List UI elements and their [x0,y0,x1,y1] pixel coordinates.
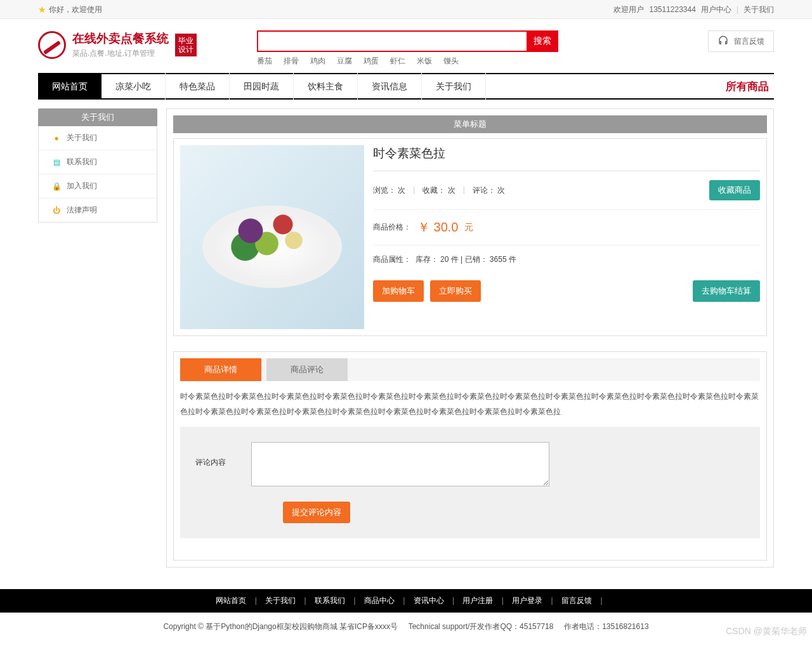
footer-link[interactable]: 资讯中心 [407,596,450,605]
product-description: 时令素菜色拉时令素菜色拉时令素菜色拉时令素菜色拉时令素菜色拉时令素菜色拉时令素菜… [180,381,760,427]
badge-graduation: 毕业 设计 [175,34,197,56]
headset-icon [717,35,729,48]
footer-info: Copyright © 基于Python的Django框架校园购物商城 某省IC… [0,613,812,641]
search-button[interactable]: 搜索 [527,30,558,52]
tab-comments[interactable]: 商品评论 [266,358,348,381]
sidebar-item-legal[interactable]: ⏻ 法律声明 [39,198,157,222]
product-name: 时令素菜色拉 [373,145,760,171]
search-tags: 番茄 排骨 鸡肉 豆腐 鸡蛋 虾仁 米饭 馒头 [257,56,708,67]
logo-block[interactable]: 在线外卖点餐系统 菜品.点餐.地址.订单管理 毕业 设计 [38,30,257,59]
nav-item[interactable]: 田园时蔬 [230,73,294,100]
circle-icon: ● [53,134,60,142]
favorite-button[interactable]: 收藏商品 [709,180,760,200]
submit-comment-button[interactable]: 提交评论内容 [283,502,350,523]
site-title: 在线外卖点餐系统 [72,30,169,47]
topbar: ★ 你好，欢迎使用 欢迎用户 13511223344 用户中心 | 关于我们 [0,0,812,19]
sidebar: 关于我们 ● 关于我们 ▤ 联系我们 🔒 加入我们 ⏻ 法律声明 [38,108,157,568]
user-phone-link[interactable]: 13511223344 [649,0,695,19]
product-stats: 浏览： 次 | 收藏： 次 | 评论： 次 [373,185,505,196]
tag-link[interactable]: 排骨 [284,56,299,67]
about-link[interactable]: 关于我们 [743,0,774,19]
tag-link[interactable]: 米饭 [417,56,432,67]
comment-label: 评论内容 [195,442,233,468]
comment-form: 评论内容 提交评论内容 [180,427,760,538]
logo-icon [38,31,66,59]
attr-row: 商品属性： 库存： 20 件 | 已销： 3655 件 [373,245,760,274]
tab-detail[interactable]: 商品详情 [180,358,261,381]
content: 菜单标题 时令素菜色拉 浏览： 次 | 收藏： 次 | 评论： 次 收藏商品 [166,108,774,568]
footer-link[interactable]: 网站首页 [209,596,252,605]
add-cart-button[interactable]: 加购物车 [373,280,424,302]
watermark: CSDN @黄菊华老师 [726,626,807,637]
welcome-user-label: 欢迎用户 [613,0,644,19]
detail-box: 商品详情 商品评论 时令素菜色拉时令素菜色拉时令素菜色拉时令素菜色拉时令素菜色拉… [173,351,767,561]
tag-link[interactable]: 豆腐 [337,56,352,67]
section-title: 菜单标题 [173,115,767,133]
footer-link[interactable]: 留言反馈 [555,596,598,605]
nav-item[interactable]: 凉菜小吃 [102,73,166,100]
footer-link[interactable]: 用户注册 [456,596,499,605]
card-icon: ▤ [53,159,60,166]
nav-home[interactable]: 网站首页 [38,73,102,100]
footer-link[interactable]: 用户登录 [506,596,549,605]
main-nav: 网站首页 凉菜小吃 特色菜品 田园时蔬 饮料主食 资讯信息 关于我们 所有商品 [38,73,774,100]
comment-textarea[interactable] [251,442,549,486]
site-subtitle: 菜品.点餐.地址.订单管理 [72,48,169,59]
checkout-button[interactable]: 去购物车结算 [693,280,760,302]
tag-link[interactable]: 番茄 [257,56,272,67]
topbar-welcome: ★ 你好，欢迎使用 [38,0,102,19]
all-products-link[interactable]: 所有商品 [726,79,769,94]
tag-link[interactable]: 虾仁 [390,56,405,67]
nav-item[interactable]: 饮料主食 [294,73,358,100]
footer-link[interactable]: 联系我们 [308,596,351,605]
nav-item[interactable]: 关于我们 [422,73,486,100]
feedback-button[interactable]: 留言反馈 [708,30,774,52]
tag-link[interactable]: 馒头 [443,56,459,67]
power-icon: ⏻ [53,207,60,214]
footer-link[interactable]: 商品中心 [358,596,401,605]
nav-item[interactable]: 资讯信息 [358,73,422,100]
sidebar-item-about[interactable]: ● 关于我们 [39,126,157,150]
buy-now-button[interactable]: 立即购买 [430,280,481,302]
sidebar-item-join[interactable]: 🔒 加入我们 [39,174,157,198]
user-center-link[interactable]: 用户中心 [701,0,731,19]
footer-nav: 网站首页 | 关于我们 | 联系我们 | 商品中心 | 资讯中心 | 用户注册 … [0,589,812,613]
lock-icon: 🔒 [53,183,60,190]
tag-link[interactable]: 鸡肉 [310,56,325,67]
price-row: 商品价格： ￥ 30.0元 [373,210,760,245]
tag-link[interactable]: 鸡蛋 [363,56,379,67]
product-image [180,145,364,329]
sidebar-item-contact[interactable]: ▤ 联系我们 [39,150,157,174]
footer-link[interactable]: 关于我们 [259,596,302,605]
sidebar-title: 关于我们 [38,108,157,126]
nav-item[interactable]: 特色菜品 [166,73,230,100]
price-value: ￥ 30.0 [417,219,458,236]
product-box: 时令素菜色拉 浏览： 次 | 收藏： 次 | 评论： 次 收藏商品 商品价格： [173,138,767,336]
star-icon: ★ [38,0,46,19]
search-input[interactable] [257,30,527,52]
